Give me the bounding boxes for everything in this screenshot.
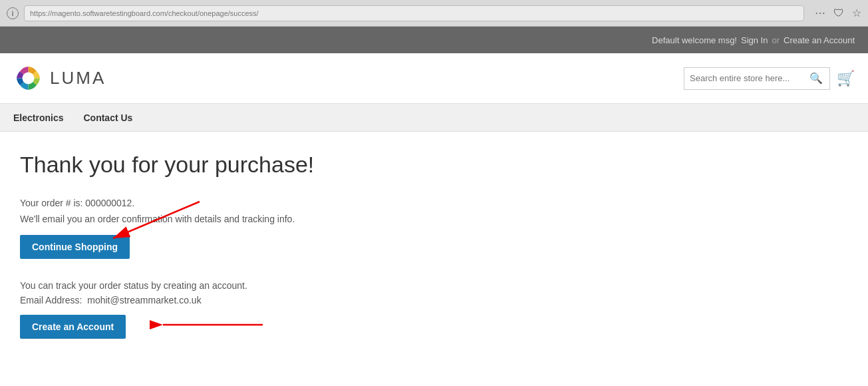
search-box[interactable]: 🔍	[684, 67, 830, 90]
cart-button[interactable]: 🛒	[837, 70, 855, 87]
search-button[interactable]: 🔍	[809, 72, 823, 85]
cart-icon: 🛒	[837, 70, 855, 87]
page-title: Thank you for your purchase!	[20, 152, 848, 178]
email-value: mohit@streammarket.co.uk	[87, 295, 201, 305]
header-right: 🔍 🛒	[684, 67, 855, 90]
nav-electronics[interactable]: Electronics	[13, 112, 63, 123]
luma-logo-icon	[13, 63, 43, 93]
create-account-area: Create an Account	[20, 315, 126, 339]
info-icon: i	[7, 7, 19, 19]
or-separator: or	[772, 35, 780, 45]
top-bar: Default welcome msg! Sign In or Create a…	[0, 27, 868, 53]
email-confirmation-text: We'll email you an order confirmation wi…	[20, 214, 848, 224]
email-label-row: Email Address: mohit@streammarket.co.uk	[20, 295, 848, 305]
email-label-text: Email Address:	[20, 295, 82, 305]
shield-icon[interactable]: 🛡	[833, 7, 844, 19]
continue-shopping-area: Continue Shopping	[20, 235, 130, 275]
arrow-annotation-2	[150, 308, 269, 348]
url-text: https://magento.softwaretestingboard.com…	[30, 9, 259, 17]
signin-link[interactable]: Sign In	[741, 35, 768, 45]
create-account-button[interactable]: Create an Account	[20, 315, 126, 339]
track-text: You can track your order status by creat…	[20, 280, 848, 291]
order-text: Your order # is: 000000012.	[20, 198, 134, 208]
logo-area: LUMA	[13, 63, 106, 93]
main-header: LUMA 🔍 🛒	[0, 53, 868, 104]
menu-icon[interactable]: ⋯	[815, 7, 825, 19]
order-info: Your order # is: 000000012.	[20, 198, 848, 208]
browser-icons: ⋯ 🛡 ☆	[815, 7, 861, 19]
svg-point-1	[23, 73, 35, 85]
continue-shopping-button[interactable]: Continue Shopping	[20, 235, 130, 259]
browser-chrome: i https://magento.softwaretestingboard.c…	[0, 0, 868, 27]
url-bar[interactable]: https://magento.softwaretestingboard.com…	[24, 5, 804, 21]
logo-text[interactable]: LUMA	[50, 68, 106, 89]
create-account-header-link[interactable]: Create an Account	[784, 35, 855, 45]
nav-bar: Electronics Contact Us	[0, 104, 868, 132]
bookmark-icon[interactable]: ☆	[852, 7, 861, 19]
search-input[interactable]	[690, 73, 809, 83]
main-content: Thank you for your purchase! Your order …	[0, 132, 868, 359]
nav-contact-us[interactable]: Contact Us	[83, 112, 132, 123]
welcome-message: Default welcome msg!	[652, 35, 737, 45]
